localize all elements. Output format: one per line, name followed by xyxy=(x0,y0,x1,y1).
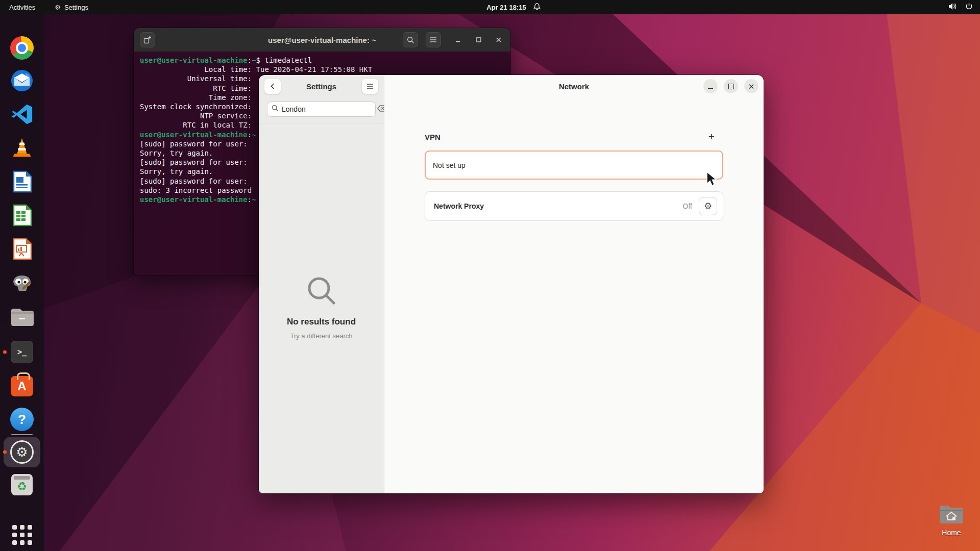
home-folder-label: Home xyxy=(936,529,967,537)
dock-item-vlc[interactable] xyxy=(9,136,35,162)
network-proxy-status: Off xyxy=(683,202,692,210)
app-grid-icon xyxy=(12,525,32,545)
no-results-search-icon xyxy=(306,275,337,309)
vpn-status-card[interactable]: Not set up xyxy=(425,151,723,180)
sidebar-title: Settings xyxy=(306,82,336,91)
power-icon[interactable] xyxy=(965,3,973,12)
terminal-search-button[interactable] xyxy=(403,32,418,47)
no-results-subtitle: Try a different search xyxy=(290,332,352,340)
settings-icon: ⚙ xyxy=(10,440,34,464)
terminal-maximize-button[interactable] xyxy=(471,32,486,47)
app-gear-icon: ⚙ xyxy=(55,4,61,11)
network-headerbar[interactable]: Network ✕ xyxy=(384,75,764,97)
clock-label: Apr 21 18:15 xyxy=(486,4,526,11)
dock-item-libreoffice-calc[interactable] xyxy=(9,204,35,229)
settings-window: Settings xyxy=(259,75,764,493)
dock-item-thunderbird[interactable] xyxy=(9,69,35,94)
terminal-running-dot xyxy=(3,350,7,354)
settings-sidebar: Settings xyxy=(259,75,384,493)
volume-icon[interactable] xyxy=(948,3,957,12)
gear-icon: ⚙ xyxy=(704,201,712,212)
terminal-close-button[interactable] xyxy=(491,32,506,47)
search-box[interactable] xyxy=(267,102,376,117)
dock-item-libreoffice-writer[interactable] xyxy=(9,170,35,195)
window-maximize-button[interactable] xyxy=(724,79,738,93)
no-results-block: No results found Try a different search xyxy=(259,275,384,340)
trash-icon: ♻ xyxy=(11,474,33,495)
notification-bell-icon xyxy=(533,3,541,12)
search-input[interactable] xyxy=(282,105,374,113)
activities-button[interactable]: Activities xyxy=(9,4,35,11)
network-proxy-settings-button[interactable]: ⚙ xyxy=(699,197,717,215)
terminal-titlebar[interactable]: user@user-virtual-machine: ~ xyxy=(134,28,510,52)
dock-separator xyxy=(11,434,33,435)
home-folder-icon xyxy=(939,517,964,526)
dock-item-settings[interactable]: ⚙ xyxy=(9,439,35,465)
sidebar-search-area xyxy=(259,97,384,123)
dock-item-chrome[interactable] xyxy=(9,35,35,61)
home-folder-shortcut[interactable]: Home xyxy=(936,504,967,537)
dock-item-terminal[interactable]: >_ xyxy=(9,339,35,365)
sidebar-menu-button[interactable] xyxy=(361,78,379,94)
terminal-icon: >_ xyxy=(11,341,33,363)
network-proxy-label: Network Proxy xyxy=(434,202,683,210)
dock-item-gimp[interactable] xyxy=(9,271,35,296)
terminal-minimize-button[interactable] xyxy=(450,32,465,47)
network-panel: Network ✕ VPN + Not set up Network Proxy… xyxy=(384,75,764,493)
search-icon xyxy=(272,105,279,114)
thunderbird-icon xyxy=(10,69,34,94)
sidebar-headerbar[interactable]: Settings xyxy=(259,75,384,97)
top-bar: Activities ⚙ Settings Apr 21 18:15 xyxy=(0,0,980,14)
back-button[interactable] xyxy=(264,78,281,94)
network-title: Network xyxy=(559,82,589,91)
add-vpn-button[interactable]: + xyxy=(704,129,719,144)
mouse-cursor xyxy=(706,171,717,189)
dock-item-trash[interactable]: ♻ xyxy=(9,472,35,497)
libreoffice-impress-icon xyxy=(11,237,33,263)
dock-item-ubuntu-software[interactable]: A xyxy=(9,372,35,397)
dock-item-help[interactable]: ? xyxy=(9,407,35,432)
dock-item-libreoffice-impress[interactable] xyxy=(9,237,35,263)
help-icon: ? xyxy=(10,408,34,431)
dock-item-vscode[interactable] xyxy=(9,103,35,128)
ubuntu-software-icon: A xyxy=(11,376,33,396)
focused-app-menu[interactable]: ⚙ Settings xyxy=(55,4,88,11)
libreoffice-writer-icon xyxy=(11,170,33,195)
window-close-button[interactable]: ✕ xyxy=(744,79,758,93)
vpn-heading: VPN xyxy=(425,133,440,141)
vscode-icon xyxy=(10,103,34,128)
terminal-menu-button[interactable] xyxy=(426,32,441,47)
window-minimize-button[interactable] xyxy=(703,79,718,93)
dock-item-app-grid[interactable] xyxy=(9,522,35,547)
clock-button[interactable]: Apr 21 18:15 xyxy=(486,3,540,12)
network-proxy-row[interactable]: Network Proxy Off ⚙ xyxy=(425,191,723,221)
gimp-icon xyxy=(10,271,34,296)
settings-running-dot xyxy=(3,450,7,454)
no-results-title: No results found xyxy=(287,317,356,327)
vlc-icon xyxy=(10,136,34,162)
files-icon xyxy=(10,307,34,330)
dock: >_ A ? ⚙ ♻ xyxy=(0,14,44,551)
vpn-status-label: Not set up xyxy=(433,161,465,169)
dock-item-files[interactable] xyxy=(9,306,35,331)
libreoffice-calc-icon xyxy=(11,204,33,229)
chrome-icon xyxy=(10,36,34,60)
